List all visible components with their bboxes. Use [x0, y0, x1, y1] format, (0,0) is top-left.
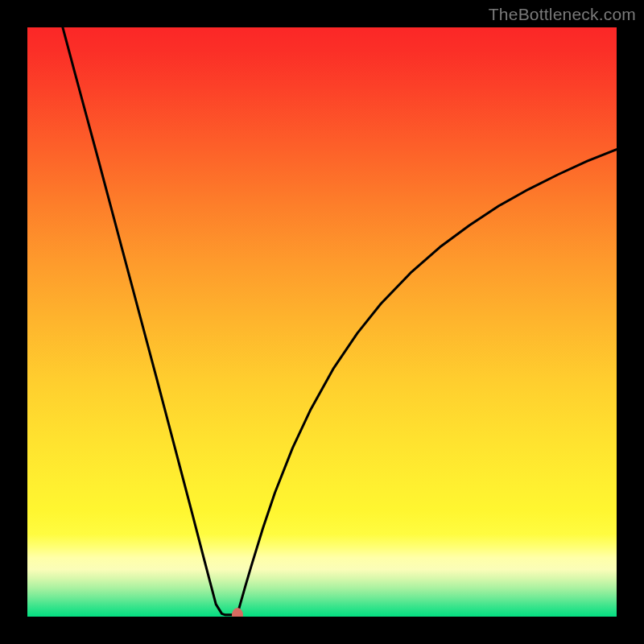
watermark-text: TheBottleneck.com: [489, 5, 636, 24]
minimum-marker: [232, 608, 243, 617]
plot-area: [27, 27, 617, 617]
bottleneck-curve: [63, 27, 617, 615]
chart-frame: TheBottleneck.com: [0, 0, 644, 644]
curve-layer: [27, 27, 617, 617]
